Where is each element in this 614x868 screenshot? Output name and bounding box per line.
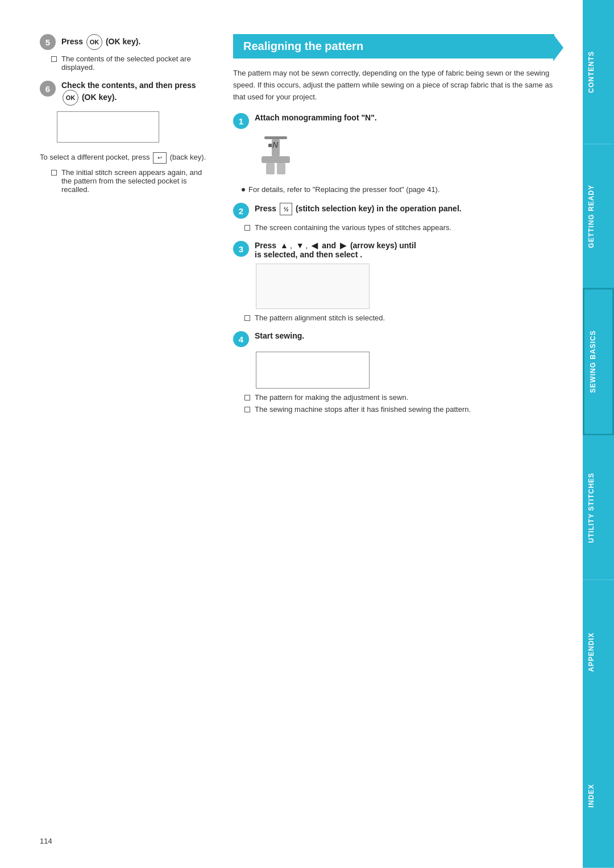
step-5-bullet-text: The contents of the selected pocket are …	[61, 55, 210, 72]
right-step-4-circle: 4	[233, 331, 249, 347]
bullet-square-4a	[244, 395, 250, 400]
step-6-section: 6 Check the contents, and then press OK …	[40, 81, 210, 143]
right-step-3-bullet: The pattern alignment stitch is selected…	[244, 314, 554, 322]
stitch-key-icon: ½	[280, 203, 292, 215]
step-5-press: Press	[61, 37, 83, 46]
header-arrow	[553, 34, 563, 61]
svg-rect-3	[266, 163, 275, 174]
bullet-square-2a	[244, 225, 250, 231]
right-step-3-and: and	[322, 241, 336, 250]
step-6-ok-label: (OK key).	[82, 93, 117, 102]
step-6-bullet-text: The initial stitch screen appears again,…	[61, 168, 210, 194]
right-step-2-bullet: The screen containing the various types …	[244, 223, 554, 232]
step-5-row: 5 Press OK (OK key).	[40, 34, 210, 50]
back-key-note-text: To select a different pocket, press	[40, 153, 150, 161]
right-step-4-bullet-2: The sewing machine stops after it has fi…	[244, 405, 554, 414]
sidebar-tab-index[interactable]: INDEX	[583, 724, 614, 868]
left-column: 5 Press OK (OK key). The contents of the…	[40, 34, 210, 834]
step-6-circle: 6	[40, 81, 56, 97]
right-step-4-section: 4 Start sewing. The pattern for making t…	[233, 331, 554, 414]
right-step-2-post: (stitch selection key) in the operation …	[296, 204, 462, 213]
right-step-1-content: Attach monogramming foot "N".	[255, 113, 554, 122]
arrow-right: ▶	[340, 241, 346, 250]
right-step-4-bullet-1-text: The pattern for making the adjustment is…	[255, 393, 408, 402]
right-step-4-title: Start sewing.	[255, 331, 304, 340]
right-step-1-section: 1 Attach monogramming foot "N".	[233, 113, 554, 194]
sidebar: CONTENTS GETTING READY SEWING BASICS UTI…	[583, 0, 614, 868]
right-step-3-select: is selected, and then select	[255, 250, 358, 259]
svg-rect-0	[264, 136, 287, 139]
back-key-note2: (back key).	[170, 153, 206, 161]
right-step-3-until: (arrow keys) until	[350, 241, 416, 250]
right-step-3-bullet-text: The pattern alignment stitch is selected…	[255, 314, 385, 322]
step-5-content: Press OK (OK key).	[61, 34, 210, 50]
right-step-1-title: Attach monogramming foot "N".	[255, 113, 377, 122]
step-5-ok-key: OK	[86, 34, 102, 50]
bullet-square-4b	[244, 407, 250, 412]
right-step-4-bullet-1: The pattern for making the adjustment is…	[244, 393, 554, 402]
svg-rect-4	[277, 163, 285, 174]
sidebar-tab-utility[interactable]: UTILITY STITCHES	[583, 436, 614, 580]
right-step-1-bullet-text: For details, refer to "Replacing the pre…	[248, 185, 440, 194]
arrow-up: ▲	[280, 241, 288, 250]
right-step-1-bullet: For details, refer to "Replacing the pre…	[242, 185, 554, 194]
right-step-3-press: Press	[255, 241, 276, 250]
section-title: Realigning the pattern	[243, 40, 363, 53]
foot-illustration: N	[256, 133, 296, 179]
back-key-note: To select a different pocket, press ↩ (b…	[40, 152, 210, 164]
right-step-3-section: 3 Press ▲, ▼, ◀ and ▶ (arrow keys) until…	[233, 241, 554, 322]
right-step-3-row: 3 Press ▲, ▼, ◀ and ▶ (arrow keys) until…	[233, 241, 554, 259]
bullet-square-3a	[244, 315, 250, 321]
right-step-3-circle: 3	[233, 241, 249, 257]
right-step-2-row: 2 Press ½ (stitch selection key) in the …	[233, 203, 554, 219]
step-6-text-bold: Check the contents, and then press	[61, 81, 196, 90]
right-step-2-content: Press ½ (stitch selection key) in the op…	[255, 203, 554, 215]
step-5-section: 5 Press OK (OK key). The contents of the…	[40, 34, 210, 72]
step-5-label: (OK key).	[106, 37, 140, 46]
right-step-3-content: Press ▲, ▼, ◀ and ▶ (arrow keys) until i…	[255, 241, 554, 259]
right-step-4-row: 4 Start sewing.	[233, 331, 554, 347]
sidebar-tab-getting-ready[interactable]: GETTING READY	[583, 144, 614, 289]
step-6-content: Check the contents, and then press OK (O…	[61, 81, 210, 106]
step-6-ok-key: OK	[63, 90, 78, 106]
sidebar-tab-contents[interactable]: CONTENTS	[583, 0, 614, 144]
step-5-circle: 5	[40, 34, 56, 50]
bullet-square-6a	[51, 170, 57, 176]
bullet-square-5a	[51, 56, 57, 62]
step-3-image	[256, 264, 370, 309]
section-header-wrap: Realigning the pattern	[233, 34, 554, 59]
page-container: 5 Press OK (OK key). The contents of the…	[0, 0, 614, 868]
right-step-2-section: 2 Press ½ (stitch selection key) in the …	[233, 203, 554, 232]
intro-text: The pattern may not be sewn correctly, d…	[233, 68, 554, 103]
step-6-row: 6 Check the contents, and then press OK …	[40, 81, 210, 106]
svg-rect-2	[262, 156, 290, 163]
step-6-image	[57, 111, 159, 143]
dot-bullet-1	[242, 188, 245, 191]
page-number: 114	[40, 837, 52, 845]
sidebar-tab-index-label: INDEX	[587, 784, 595, 808]
right-step-1-circle: 1	[233, 113, 249, 129]
foot-illustration-wrap: N	[256, 133, 554, 181]
right-step-2-bullet-text: The screen containing the various types …	[255, 223, 451, 232]
svg-rect-5	[268, 144, 272, 147]
sidebar-tab-sewing-basics[interactable]: SEWING BASICS	[583, 288, 614, 436]
right-step-2-circle: 2	[233, 203, 249, 219]
sidebar-tab-contents-label: CONTENTS	[587, 51, 595, 93]
svg-text:N: N	[272, 140, 279, 149]
sidebar-tab-appendix[interactable]: APPENDIX	[583, 580, 614, 724]
step-6-bullet: The initial stitch screen appears again,…	[51, 168, 210, 194]
right-column: Realigning the pattern The pattern may n…	[233, 34, 554, 834]
right-step-3-end: .	[360, 250, 362, 259]
sidebar-tab-sewing-basics-label: SEWING BASICS	[589, 331, 597, 393]
step-5-bullet: The contents of the selected pocket are …	[51, 55, 210, 72]
step-4-image	[256, 352, 370, 389]
sidebar-tab-getting-ready-label: GETTING READY	[587, 185, 595, 248]
arrow-down: ▼	[296, 241, 304, 250]
main-content: 5 Press OK (OK key). The contents of the…	[0, 0, 583, 868]
sidebar-tab-appendix-label: APPENDIX	[587, 632, 595, 671]
sidebar-tab-utility-label: UTILITY STITCHES	[587, 473, 595, 543]
right-step-1-row: 1 Attach monogramming foot "N".	[233, 113, 554, 129]
right-step-2-press: Press	[255, 204, 276, 213]
right-step-4-content: Start sewing.	[255, 331, 554, 340]
arrow-left: ◀	[312, 241, 318, 250]
